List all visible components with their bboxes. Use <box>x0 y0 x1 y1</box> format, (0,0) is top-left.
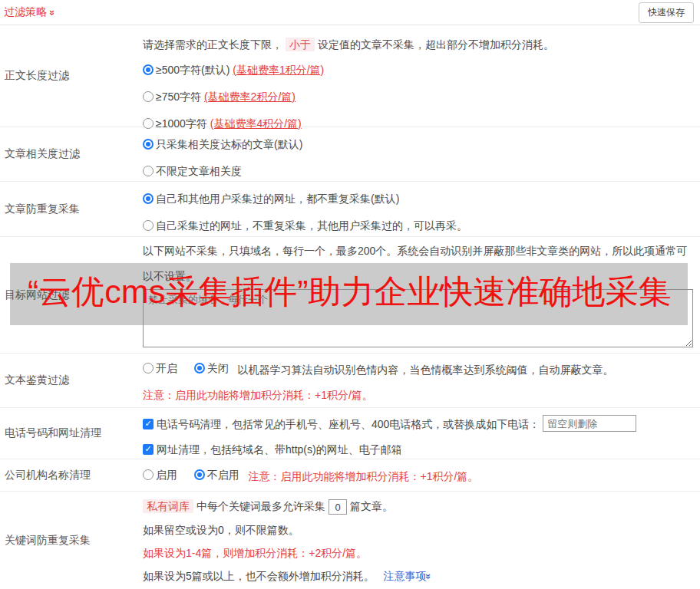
radio-icon[interactable] <box>143 118 154 129</box>
company-clean-warning: 注意：启用此功能将增加积分消耗：+1积分/篇。 <box>248 470 478 482</box>
section-company-clean-label: 公司机构名称清理 <box>0 459 143 491</box>
keyword-rule-1-4: 如果设为1-4篇，则增加积分消耗：+2积分/篇。 <box>143 545 700 561</box>
private-lexicon-highlight: 私有词库 <box>143 499 193 513</box>
page-title-text: 过滤策略 <box>4 5 47 19</box>
radio-porn-on[interactable]: 开启 <box>143 360 177 376</box>
radio-selected-icon[interactable] <box>143 64 154 75</box>
radio-relevance-strict[interactable]: 只采集相关度达标的文章(默认) <box>143 137 302 152</box>
radio-selected-icon[interactable] <box>194 363 205 373</box>
fee-note: (基础费率1积分/篇) <box>233 62 324 77</box>
checkbox-url-clean[interactable]: ✓网址清理，包括纯域名、带http(s)的网址、电子邮箱 <box>143 442 402 457</box>
radio-length-750[interactable]: ≥750字符 (基础费率2积分/篇) <box>143 89 296 104</box>
radio-selected-icon[interactable] <box>194 469 205 480</box>
radio-icon[interactable] <box>143 166 154 176</box>
radio-dedup-all[interactable]: 自己和其他用户采集过的网址，都不重复采集(默认) <box>143 191 399 206</box>
checkbox-phone-clean[interactable]: ✓电话号码清理，包括常见的手机号、座机号、400电话格式，或替换成如下电话： <box>143 416 540 432</box>
section-phone-url-clean: 电话号码和网址清理 ✓电话号码清理，包括常见的手机号、座机号、400电话格式，或… <box>0 408 700 459</box>
chevron-double-down-icon: » <box>424 574 434 579</box>
section-phone-url-clean-label: 电话号码和网址清理 <box>0 408 143 459</box>
quick-save-button[interactable]: 快速保存 <box>639 2 694 23</box>
filter-strategy-page: 过滤策略 » 快速保存 正文长度过滤 请选择需求的正文长度下限，小于设定值的文章… <box>0 0 700 589</box>
radio-icon[interactable] <box>143 91 154 102</box>
topbar: 过滤策略 » 快速保存 <box>0 0 700 25</box>
section-keyword-dedup-label: 关键词防重复采集 <box>0 492 143 589</box>
radio-selected-icon[interactable] <box>143 193 154 204</box>
section-dedup-label: 文章防重复采集 <box>0 182 143 236</box>
keyword-rule-empty: 如果留空或设为0，则不限篇数。 <box>143 522 700 538</box>
radio-selected-icon[interactable] <box>143 139 154 150</box>
section-keyword-dedup: 关键词防重复采集 私有词库中每个关键词最多允许采集篇文章。 如果留空或设为0，则… <box>0 492 700 589</box>
blocked-domains-textarea[interactable] <box>143 289 693 347</box>
section-text-length-label: 正文长度过滤 <box>0 25 143 127</box>
radio-porn-off[interactable]: 关闭 <box>194 360 229 376</box>
section-relevance: 文章相关度过滤 只采集相关度达标的文章(默认) 不限定文章相关度 <box>0 127 700 182</box>
radio-icon[interactable] <box>143 220 154 231</box>
radio-company-off[interactable]: 不启用 <box>194 467 239 482</box>
fee-note: (基础费率2积分/篇) <box>204 89 296 104</box>
porn-filter-warning: 注意：启用此功能将增加积分消耗：+1积分/篇。 <box>143 387 700 403</box>
section-dedup: 文章防重复采集 自己和其他用户采集过的网址，都不重复采集(默认) 自己采集过的网… <box>0 182 700 237</box>
section-company-clean: 公司机构名称清理 启用 不启用 注意：启用此功能将增加积分消耗：+1积分/篇。 <box>0 459 700 492</box>
checkbox-checked-icon[interactable]: ✓ <box>143 444 154 455</box>
radio-length-500[interactable]: ≥500字符(默认) (基础费率1积分/篇) <box>143 62 324 77</box>
page-title[interactable]: 过滤策略 » <box>4 5 55 19</box>
section-relevance-label: 文章相关度过滤 <box>0 127 143 181</box>
radio-icon[interactable] <box>143 363 154 373</box>
section-target-site: 目标网站过滤 以下网站不采集，只填域名，每行一个，最多200个。系统会自动识别并… <box>0 237 700 354</box>
porn-filter-desc: 以机器学习算法自动识别色情内容，当色情概率达到系统阈值，自动屏蔽文章。 <box>237 364 613 376</box>
replacement-phone-input[interactable] <box>543 415 636 432</box>
length-intro: 请选择需求的正文长度下限，小于设定值的文章不采集，超出部分不增加积分消耗。 <box>143 37 700 52</box>
notes-link[interactable]: 注意事项» <box>383 570 431 582</box>
section-porn-filter: 文本鉴黄过滤 开启 关闭 以机器学习算法自动识别色情内容，当色情概率达到系统阈值… <box>0 354 700 408</box>
section-porn-filter-label: 文本鉴黄过滤 <box>0 354 143 407</box>
checkbox-checked-icon[interactable]: ✓ <box>143 419 154 429</box>
radio-relevance-any[interactable]: 不限定文章相关度 <box>143 163 242 179</box>
chevron-double-down-icon: » <box>48 9 58 15</box>
radio-dedup-self[interactable]: 自己采集过的网址，不重复采集，其他用户采集过的，可以再采。 <box>143 218 467 233</box>
keyword-rule-5plus: 如果设为5篇或以上，也不会额外增加积分消耗。 <box>143 570 375 582</box>
less-than-highlight: 小于 <box>286 38 315 51</box>
target-site-desc: 以下网站不采集，只填域名，每行一个，最多200个。系统会自动识别并屏蔽那些非文章… <box>143 239 693 289</box>
section-text-length: 正文长度过滤 请选择需求的正文长度下限，小于设定值的文章不采集，超出部分不增加积… <box>0 25 700 127</box>
section-target-site-label: 目标网站过滤 <box>0 237 143 353</box>
radio-company-on[interactable]: 启用 <box>143 467 177 482</box>
radio-icon[interactable] <box>143 469 154 480</box>
max-articles-input[interactable] <box>329 499 347 515</box>
